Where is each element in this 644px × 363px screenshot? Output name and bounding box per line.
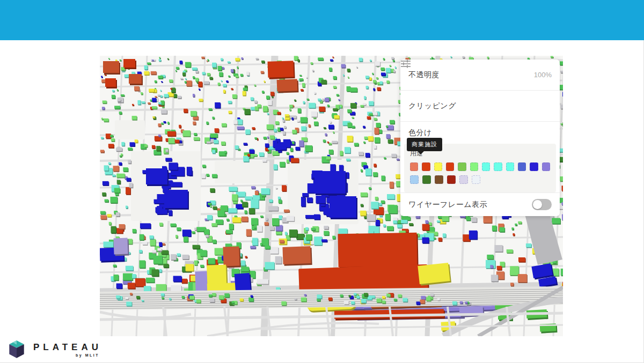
opacity-value: 100% [534,71,552,79]
usage-color-swatch[interactable] [472,175,480,184]
city-3d-viewport[interactable]: 不透明度 100% クリッピング 色分け [100,56,563,336]
usage-color-swatch[interactable] [530,162,538,171]
opacity-row[interactable]: 不透明度 100% [400,60,560,90]
wireframe-toggle[interactable] [532,199,552,210]
top-header-bar [0,0,644,40]
usage-color-swatch[interactable] [458,162,466,171]
usage-swatch-row-1 [410,162,550,171]
logo-title: PLATEAU [33,342,102,353]
plateau-cube-icon [6,339,27,360]
swatch-tooltip: 商業施設 [407,138,442,151]
usage-color-swatch[interactable] [459,175,468,184]
screen: 不透明度 100% クリッピング 色分け [0,0,644,363]
usage-color-swatch[interactable] [518,162,526,171]
usage-color-swatch[interactable] [422,175,431,184]
clipping-label: クリッピング [408,101,456,111]
opacity-label: 不透明度 [408,70,440,80]
plateau-logo: PLATEAU by MLIT [6,339,102,360]
usage-color-swatch[interactable] [506,162,514,171]
toggle-knob [533,200,542,209]
usage-color-swatch[interactable] [482,162,490,171]
usage-swatch-row-2 [410,175,550,184]
wireframe-row: ワイヤーフレーム表示 [400,193,560,216]
clipping-row[interactable]: クリッピング [400,91,560,121]
usage-color-swatch[interactable] [435,175,443,184]
usage-color-swatch[interactable] [447,175,456,184]
wireframe-label: ワイヤーフレーム表示 [408,200,487,210]
logo-subtitle: by MLIT [76,353,99,357]
layer-settings-panel: 不透明度 100% クリッピング 色分け [400,60,560,216]
usage-color-swatch[interactable] [422,162,430,171]
usage-color-swatch[interactable] [410,162,418,171]
usage-color-swatch[interactable] [410,175,419,184]
usage-color-swatch[interactable] [470,162,478,171]
color-coding-label: 色分け [408,128,432,138]
usage-color-swatch[interactable] [434,162,442,171]
usage-color-swatch[interactable] [542,162,550,171]
usage-color-swatch[interactable] [446,162,454,171]
usage-color-swatch[interactable] [494,162,502,171]
